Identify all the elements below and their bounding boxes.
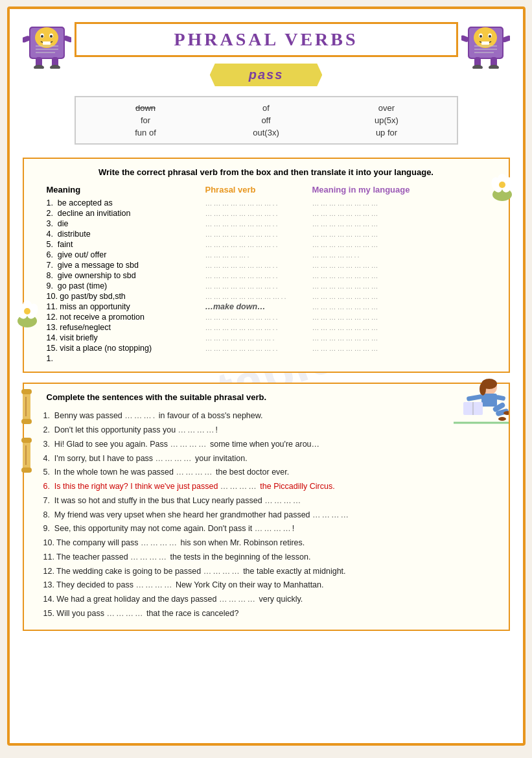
svg-point-29 — [472, 65, 483, 69]
meaning-row-13: 13. refuse/neglect …………………….. …………………… — [34, 322, 499, 333]
svg-rect-44 — [23, 390, 30, 423]
word-up-for: up for — [330, 127, 444, 138]
meaning-row-9: 9. go past (time) …………………….. …………………… — [34, 281, 499, 291]
col-phrasal-header: Phrasal verb — [205, 185, 309, 195]
meaning-row-5: 5. faint …………………….. …………………… — [34, 239, 499, 250]
sentence-2: 2. Don't let this opportunity pass you …… — [43, 424, 499, 436]
sentence-11: 11. The teacher passed ………… the tests in… — [43, 551, 499, 563]
svg-point-30 — [489, 65, 499, 69]
mascot-left — [23, 10, 71, 69]
lily-left-decoration — [14, 298, 40, 333]
sentence-14: 14. We had a great holiday and the days … — [43, 593, 499, 606]
section2-box: Complete the sentences with the suitable… — [23, 383, 510, 630]
sentence-7: 7. It was so hot and stuffy in the bus t… — [43, 495, 499, 507]
word-off: off — [209, 115, 323, 126]
word-out3x: out(3x) — [209, 127, 323, 138]
svg-point-12 — [34, 65, 44, 69]
svg-point-38 — [24, 308, 30, 314]
meaning-row-11: 11. miss an opportunity …make down… …………… — [34, 302, 499, 312]
sentence-5: 5. In the whole town he was passed ………… … — [43, 466, 499, 479]
col-meaning-header: Meaning — [47, 185, 202, 195]
word-up5x: up(5x) — [330, 115, 444, 126]
section1-box: Write the correct phrasal verb from the … — [23, 158, 510, 373]
sentence-13: 13. They decided to pass ………… New York C… — [43, 579, 499, 591]
meaning-row-6: 6. give out/ offer ……………. …………….. — [34, 250, 499, 260]
word-over: over — [330, 102, 444, 113]
svg-point-19 — [474, 27, 497, 48]
word-fun-of: fun of — [89, 127, 203, 138]
svg-rect-56 — [466, 394, 483, 401]
sentence-3: 3. Hi! Glad to see you again. Pass ………… … — [43, 438, 499, 451]
page-title: PHRASAL VERBS — [174, 29, 358, 49]
section2-title: Complete the sentences with the suitable… — [34, 392, 499, 403]
word-for: for — [89, 115, 203, 126]
sentence-10: 10. The company will pass ………… his son w… — [43, 537, 499, 549]
svg-rect-24 — [481, 41, 489, 45]
sentence-8: 8. My friend was very upset when she hea… — [43, 509, 499, 521]
banner-inner: pass — [210, 64, 323, 86]
meaning-row-2: 2. decline an invitiation …………………….. ………… — [34, 208, 499, 219]
svg-point-2 — [35, 27, 58, 48]
lily-right-decoration — [489, 172, 515, 206]
mascot-right — [461, 10, 510, 69]
section1-title: Write the correct phrasal verb from the … — [34, 167, 499, 178]
word-of: of — [209, 102, 323, 113]
scroll-left2-decoration — [16, 436, 36, 477]
meaning-row-7: 7. give a message to sbd …………………….. …………… — [34, 260, 499, 270]
svg-point-22 — [480, 35, 482, 38]
meaning-row-4: 4. distribute …………………….. …………………… — [34, 229, 499, 239]
title-box: PHRASAL VERBS — [75, 22, 458, 57]
girl-reading-image — [450, 377, 502, 423]
svg-point-13 — [50, 65, 60, 69]
word-down: down — [89, 102, 203, 113]
word-box: down of over for off up(5x) fun of out(3… — [75, 96, 458, 145]
svg-point-55 — [480, 383, 486, 396]
scroll-left-decoration — [16, 387, 36, 428]
meaning-row-1: 1. be accepted as …………………….. …………………… — [34, 198, 499, 208]
banner-text: pass — [249, 67, 284, 82]
meaning-row-extra: 1. — [34, 353, 499, 364]
svg-point-23 — [489, 35, 491, 38]
svg-rect-49 — [21, 438, 32, 443]
sentence-9: 9. See, this opportunity may not come ag… — [43, 523, 499, 535]
svg-rect-48 — [23, 439, 30, 471]
meaning-row-3: 3. die …………………….. …………………… — [34, 219, 499, 229]
svg-rect-50 — [21, 468, 32, 473]
meaning-row-15: 15. visit a place (no stopping) ……………………… — [34, 343, 499, 353]
table-headers: Meaning Phrasal verb Meaning in my langu… — [34, 185, 499, 195]
svg-rect-53 — [481, 394, 497, 407]
meaning-row-12: 12. not receive a promotion …………………….. …… — [34, 312, 499, 322]
sentences-container: 1. Benny was passed ………. in favour of a … — [34, 410, 499, 619]
svg-point-63 — [498, 417, 506, 421]
svg-rect-45 — [21, 389, 32, 394]
sentence-12: 12. The wedding cake is going to be pass… — [43, 565, 499, 578]
main-page: eslprintables.com — [7, 6, 526, 746]
svg-point-6 — [50, 35, 52, 38]
header: PHRASAL VERBS — [23, 22, 510, 57]
sentence-15: 15. Will you pass ………… that the race is … — [43, 608, 499, 620]
svg-rect-7 — [43, 41, 51, 45]
meaning-row-10: 10. go past/by sbd,sth ……………………….. ……………… — [34, 291, 499, 302]
sentence-1: 1. Benny was passed ………. in favour of a … — [43, 410, 499, 422]
sentence-4: 4. I'm sorry, but I have to pass ………… yo… — [43, 453, 499, 465]
meaning-row-14: 14. visit briefly ……………………. …………………… — [34, 333, 499, 343]
meaning-row-8: 8. give ownership to sbd …………………….. …………… — [34, 270, 499, 281]
sentence-6: 6. Is this the right way? I think we've … — [43, 480, 499, 493]
svg-rect-46 — [21, 419, 32, 424]
svg-point-5 — [41, 35, 43, 38]
banner: pass — [23, 64, 510, 86]
col-translation-header: Meaning in my language — [312, 185, 499, 195]
svg-point-43 — [499, 182, 505, 188]
